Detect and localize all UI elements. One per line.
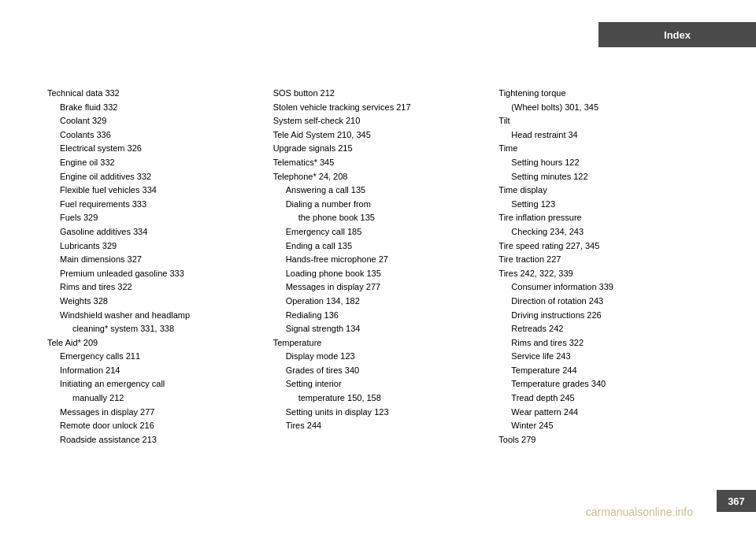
index-entry: Coolant 329 xyxy=(47,114,258,128)
index-entry: Temperature 244 xyxy=(498,364,709,378)
content-area: Technical data 332Brake fluid 332Coolant… xyxy=(47,87,709,471)
index-entry: System self-check 210 xyxy=(273,114,484,128)
index-entry: Weights 328 xyxy=(47,295,258,309)
column-2: SOS button 212Stolen vehicle tracking se… xyxy=(273,87,484,471)
index-entry: Tread depth 245 xyxy=(498,391,709,406)
index-entry: Upgrade signals 215 xyxy=(273,142,484,156)
index-entry: Time display xyxy=(498,184,709,198)
index-entry: Emergency calls 211 xyxy=(47,350,258,364)
index-entry: Operation 134, 182 xyxy=(273,295,484,309)
index-entry: Rims and tires 322 xyxy=(47,280,258,295)
column-3: Tightening torque(Wheel bolts) 301, 345T… xyxy=(498,87,709,471)
index-entry: Technical data 332 xyxy=(47,87,258,101)
index-entry: Tightening torque xyxy=(498,87,709,101)
index-entry: Temperature grades 340 xyxy=(498,377,709,391)
index-entry: Lubricants 329 xyxy=(47,239,258,254)
index-entry: Display mode 123 xyxy=(273,350,484,364)
index-entry: Initiating an emergency call xyxy=(47,377,258,391)
index-entry: Tilt xyxy=(498,114,709,128)
page-number: 367 xyxy=(728,495,745,507)
index-entry: Tools 279 xyxy=(498,433,709,447)
index-entry: Redialing 136 xyxy=(273,309,484,323)
index-entry: Head restraint 34 xyxy=(498,128,709,143)
index-entry: Dialing a number from xyxy=(273,198,484,212)
index-entry: Rims and tires 322 xyxy=(498,336,709,350)
index-entry: Signal strength 134 xyxy=(273,322,484,336)
index-entry: Tire inflation pressure xyxy=(498,211,709,225)
page-number-box: 367 xyxy=(717,490,756,512)
index-entry: Emergency call 185 xyxy=(273,225,484,239)
index-entry: Direction of rotation 243 xyxy=(498,295,709,309)
index-entry: Engine oil 332 xyxy=(47,156,258,170)
index-entry: Tele Aid* 209 xyxy=(47,336,258,350)
index-entry: Setting hours 122 xyxy=(498,156,709,170)
index-entry: Winter 245 xyxy=(498,419,709,433)
index-entry: Ending a call 135 xyxy=(273,239,484,254)
index-entry: Messages in display 277 xyxy=(273,280,484,295)
index-entry: Tire traction 227 xyxy=(498,253,709,267)
index-entry: Retreads 242 xyxy=(498,322,709,336)
index-entry: Tires 242, 322, 339 xyxy=(498,267,709,281)
watermark: carmanualsonline.info xyxy=(586,506,693,518)
index-entry: Tele Aid System 210, 345 xyxy=(273,128,484,143)
index-entry: Messages in display 277 xyxy=(47,406,258,420)
index-entry: Flexible fuel vehicles 334 xyxy=(47,184,258,198)
page-container: Index Technical data 332Brake fluid 332C… xyxy=(0,0,756,534)
index-entry: Setting 123 xyxy=(498,198,709,212)
index-entry: Premium unleaded gasoline 333 xyxy=(47,267,258,281)
index-title: Index xyxy=(664,29,691,41)
index-entry: Consumer information 339 xyxy=(498,280,709,295)
index-entry: Roadside assistance 213 xyxy=(47,433,258,447)
index-entry: Engine oil additives 332 xyxy=(47,170,258,184)
index-entry: Fuels 329 xyxy=(47,211,258,225)
index-entry: Time xyxy=(498,142,709,156)
column-1: Technical data 332Brake fluid 332Coolant… xyxy=(47,87,258,471)
index-entry: Loading phone book 135 xyxy=(273,267,484,281)
index-entry: Driving instructions 226 xyxy=(498,309,709,323)
index-entry: Electrical system 326 xyxy=(47,142,258,156)
index-entry: Tires 244 xyxy=(273,419,484,433)
index-entry: Stolen vehicle tracking services 217 xyxy=(273,101,484,115)
index-entry: Wear pattern 244 xyxy=(498,406,709,420)
index-entry: Hands-free microphone 27 xyxy=(273,253,484,267)
index-entry: Coolants 336 xyxy=(47,128,258,143)
index-entry: Answering a call 135 xyxy=(273,184,484,198)
index-entry: cleaning* system 331, 338 xyxy=(47,322,258,336)
index-entry: Fuel requirements 333 xyxy=(47,198,258,212)
index-entry: Setting units in display 123 xyxy=(273,406,484,420)
index-header: Index xyxy=(598,22,756,47)
index-entry: Temperature xyxy=(273,336,484,350)
index-entry: Remote door unlock 216 xyxy=(47,419,258,433)
index-entry: manually 212 xyxy=(47,391,258,406)
index-entry: Telematics* 345 xyxy=(273,156,484,170)
index-entry: Gasoline additives 334 xyxy=(47,225,258,239)
index-entry: the phone book 135 xyxy=(273,211,484,225)
index-entry: Setting minutes 122 xyxy=(498,170,709,184)
index-entry: Grades of tires 340 xyxy=(273,364,484,378)
index-entry: (Wheel bolts) 301, 345 xyxy=(498,101,709,115)
index-entry: Windshield washer and headlamp xyxy=(47,309,258,323)
index-entry: Brake fluid 332 xyxy=(47,101,258,115)
index-entry: Service life 243 xyxy=(498,350,709,364)
index-entry: Checking 234, 243 xyxy=(498,225,709,239)
index-entry: Information 214 xyxy=(47,364,258,378)
index-entry: Telephone* 24, 208 xyxy=(273,170,484,184)
index-entry: SOS button 212 xyxy=(273,87,484,101)
index-entry: Main dimensions 327 xyxy=(47,253,258,267)
index-entry: Tire speed rating 227, 345 xyxy=(498,239,709,254)
index-entry: temperature 150, 158 xyxy=(273,391,484,406)
index-entry: Setting interior xyxy=(273,377,484,391)
